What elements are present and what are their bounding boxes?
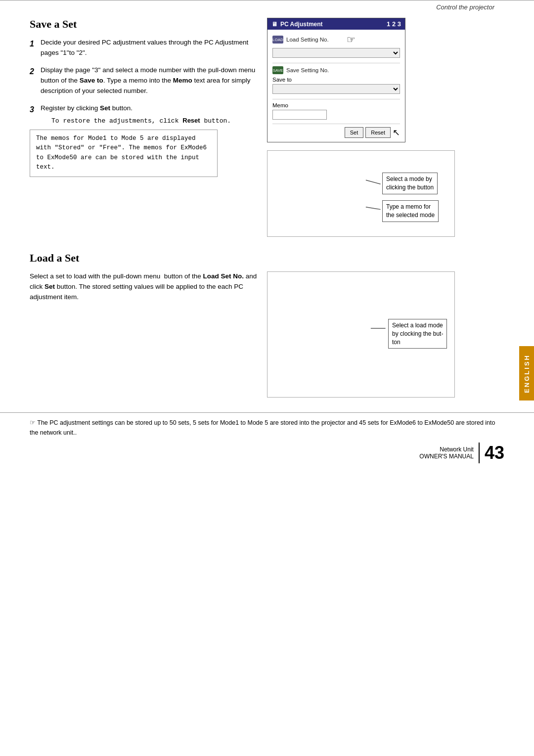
restore-text: To restore the adjustments, click Reset … xyxy=(51,116,231,126)
page-number: 43 xyxy=(479,443,504,463)
pc-panel-header: 🖥 PC Adjustment 1 2 3 xyxy=(267,18,405,30)
tab-numbers[interactable]: 1 2 3 xyxy=(387,20,401,28)
page-container: Control the projector Save a Set 1 Decid… xyxy=(0,0,534,756)
save-row: SAVE Save Setting No. xyxy=(272,66,400,74)
panel-buttons: Set Reset ↖ xyxy=(272,124,400,138)
load-set-left: Select a set to load with the pull-down … xyxy=(30,271,257,398)
save-set-left: Save a Set 1 Decide your desired PC adju… xyxy=(30,18,257,237)
reset-button[interactable]: Reset xyxy=(365,127,391,138)
save-select[interactable] xyxy=(272,84,400,94)
panel-divider-2 xyxy=(272,99,400,99)
load-set-title: Load a Set xyxy=(30,252,504,265)
footer-note: The PC adjustment settings can be stored… xyxy=(30,418,504,438)
memo-label: Memo xyxy=(272,102,400,108)
callout-type-memo: Type a memo forthe selected mode xyxy=(382,200,439,222)
footer-product: Network Unit xyxy=(440,446,474,453)
english-tab: ENGLISH xyxy=(519,346,534,400)
step-3-text: Register by clicking Set button. xyxy=(41,103,231,114)
pc-panel-title: PC Adjustment xyxy=(280,21,323,28)
pc-panel-header-left: 🖥 PC Adjustment xyxy=(271,21,323,28)
footer-section: The PC adjustment settings can be stored… xyxy=(0,412,534,468)
note-box: The memos for Mode1 to Mode 5 are displa… xyxy=(30,130,218,177)
monitor-icon: 🖥 xyxy=(271,21,277,28)
load-set-content: Select a set to load with the pull-down … xyxy=(30,271,504,398)
footer-page-right: Network Unit OWNER'S MANUAL xyxy=(419,446,474,460)
callout-select-mode: Select a mode byclicking the button xyxy=(382,173,438,194)
footer-page: Network Unit OWNER'S MANUAL 43 xyxy=(30,443,504,463)
step-list: 1 Decide your desired PC adjustment valu… xyxy=(30,38,257,126)
load-set-right: Select a load modeby clocking the but-to… xyxy=(267,271,480,398)
callout-type-memo-text: Type a memo forthe selected mode xyxy=(386,203,435,219)
header-bar: Control the projector xyxy=(0,0,534,13)
cursor-icon: ↖ xyxy=(393,127,400,138)
load-set-text: Select a set to load with the pull-down … xyxy=(30,271,257,303)
english-tab-text: ENGLISH xyxy=(523,354,531,393)
svg-line-0 xyxy=(366,180,381,184)
load-label: Load Setting No. xyxy=(286,37,329,43)
set-button[interactable]: Set xyxy=(345,127,364,138)
save-to-label: Save to xyxy=(272,77,400,83)
step-2: 2 Display the page "3" and select a mode… xyxy=(30,65,257,96)
save-set-right: 🖥 PC Adjustment 1 2 3 LOAD xyxy=(267,18,480,237)
note-text: The memos for Mode1 to Mode 5 are displa… xyxy=(36,135,207,171)
step-1: 1 Decide your desired PC adjustment valu… xyxy=(30,38,257,58)
load-set-section: Load a Set Select a set to load with the… xyxy=(30,252,504,398)
cursor-hand: ☞ xyxy=(347,34,356,45)
step-2-num: 2 xyxy=(30,65,41,96)
load-row: LOAD Load Setting No. ☞ xyxy=(272,34,400,45)
load-select[interactable] xyxy=(272,48,400,58)
step-1-num: 1 xyxy=(30,38,41,58)
main-content: Save a Set 1 Decide your desired PC adju… xyxy=(0,13,534,402)
save-callout-diagram: Select a mode byclicking the button Type… xyxy=(267,150,455,237)
save-icon: SAVE xyxy=(272,66,283,74)
load-icon: LOAD xyxy=(272,36,283,44)
pc-panel-tabs: 1 2 3 xyxy=(387,20,401,28)
pc-panel-body: LOAD Load Setting No. ☞ SAVE S xyxy=(267,30,405,142)
memo-input[interactable] xyxy=(272,110,327,120)
step-2-text: Display the page "3" and select a mode n… xyxy=(41,65,257,96)
panel-divider-1 xyxy=(272,63,400,63)
load-callout-diagram: Select a load modeby clocking the but-to… xyxy=(267,271,455,398)
pc-panel: 🖥 PC Adjustment 1 2 3 LOAD xyxy=(267,18,405,142)
callout-select-mode-text: Select a mode byclicking the button xyxy=(386,176,434,191)
save-set-title: Save a Set xyxy=(30,18,257,31)
callout-load-mode: Select a load modeby clocking the but-to… xyxy=(388,319,447,349)
step-3-num: 3 xyxy=(30,103,41,126)
step-3: 3 Register by clicking Set button. To re… xyxy=(30,103,257,126)
header-title: Control the projector xyxy=(436,3,494,11)
step-1-text: Decide your desired PC adjustment values… xyxy=(41,38,257,58)
save-set-section: Save a Set 1 Decide your desired PC adju… xyxy=(30,18,504,237)
callout-load-mode-text: Select a load modeby clocking the but-to… xyxy=(392,322,443,346)
save-label: Save Setting No. xyxy=(286,67,329,73)
svg-line-1 xyxy=(366,207,381,210)
footer-manual: OWNER'S MANUAL xyxy=(419,453,474,460)
